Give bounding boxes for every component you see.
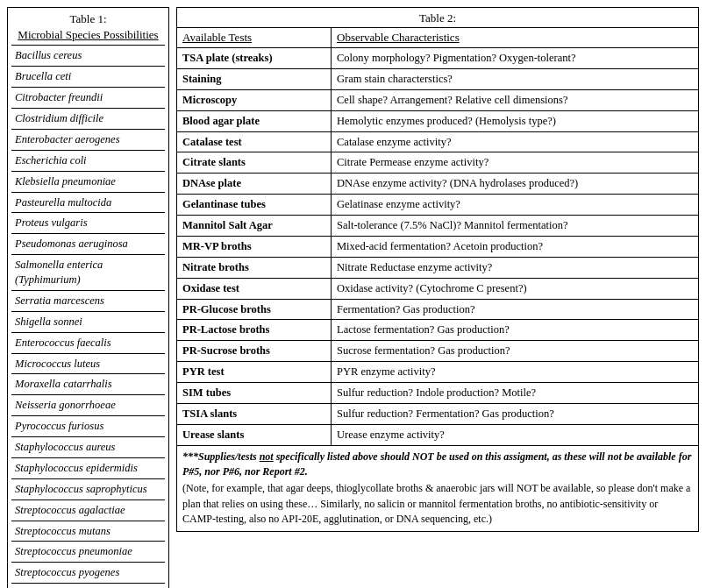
table1-row: Neisseria gonorrhoeae (11, 394, 165, 415)
col-test-header: Available Tests (177, 28, 331, 47)
table1-row: Salmonella enterica (Typhimurium) (11, 254, 165, 290)
table-row: Staining Gram stain characterstics? (177, 69, 698, 90)
test-cell: Gelantinase tubes (177, 195, 331, 215)
table1-row: Pasteurella multocida (11, 192, 165, 213)
test-cell: Nitrate broths (177, 258, 331, 278)
table-row: Nitrate broths Nitrate Reductase enzyme … (177, 258, 698, 279)
test-cell: TSIA slants (177, 404, 331, 424)
table-row: Mannitol Salt Agar Salt-tolerance (7.5% … (177, 216, 698, 237)
table1-row: Serratia marcescens (11, 290, 165, 311)
table1-row: Streptococcus agalactiae (11, 499, 165, 521)
table-row: Urease slants Urease enzyme activity? (177, 425, 698, 446)
table1-row: Brucella ceti (11, 66, 165, 87)
table-row: DNAse plate DNAse enzyme activity? (DNA … (177, 174, 698, 195)
test-cell: Urease slants (177, 425, 331, 445)
test-cell: PR-Glucose broths (177, 300, 331, 320)
table1-row: Proteus vulgaris (11, 212, 165, 233)
test-cell: Catalase test (177, 132, 331, 152)
table1-title-line1: Table 1: (69, 12, 106, 25)
table1-title-line2: Microbial Species Possibilities (18, 28, 158, 41)
char-cell: Salt-tolerance (7.5% NaCl)? Mannitol fer… (331, 216, 698, 236)
char-cell: Mixed-acid fermentation? Acetoin product… (331, 237, 698, 257)
char-cell: Sulfur reduction? Fermentation? Gas prod… (331, 404, 698, 424)
test-cell: PR-Sucrose broths (177, 341, 331, 361)
test-cell: DNAse plate (177, 174, 331, 194)
test-cell: MR-VP broths (177, 237, 331, 257)
table-row: TSIA slants Sulfur reduction? Fermentati… (177, 404, 698, 425)
table2-note-bold: ***Supplies/tests not specifically liste… (182, 450, 693, 480)
table-row: TSA plate (streaks) Colony morphology? P… (177, 48, 698, 69)
test-cell: Staining (177, 69, 331, 89)
table2-title: Table 2: (177, 8, 698, 27)
table1-row: Micrococcus luteus (11, 353, 165, 374)
test-cell: Blood agar plate (177, 111, 331, 131)
table-row: Microscopy Cell shape? Arrangement? Rela… (177, 90, 698, 111)
char-cell: Urease enzyme activity? (331, 425, 698, 445)
char-cell: Lactose fermentation? Gas production? (331, 320, 698, 340)
table1-row: Moraxella catarrhalis (11, 373, 165, 394)
table1-list: Bacillus cereusBrucella cetiCitrobacter … (8, 43, 168, 588)
table1-row: Streptococcus salivarius (11, 583, 165, 588)
char-cell: Fermentation? Gas production? (331, 300, 698, 320)
table1-row: Staphylococcus saprophyticus (11, 478, 165, 499)
char-cell: Citrate Permease enzyme activity? (331, 152, 698, 173)
table-row: PR-Lactose broths Lactose fermentation? … (177, 320, 698, 341)
table1-row: Pseudomonas aeruginosa (11, 233, 165, 254)
test-cell: PR-Lactose broths (177, 320, 331, 340)
table-row: Oxidase test Oxidase activity? (Cytochro… (177, 279, 698, 300)
table-row: PYR test PYR enzyme activity? (177, 362, 698, 383)
table2-title-text: Table 2: (419, 11, 456, 25)
table1: Table 1: Microbial Species Possibilities… (7, 7, 169, 588)
table1-title: Table 1: Microbial Species Possibilities (8, 8, 168, 43)
table2: Table 2: Available Tests Observable Char… (176, 7, 699, 532)
table2-note-normal: (Note, for example, that agar deeps, thi… (182, 481, 693, 527)
table1-row: Streptococcus pyogenes (11, 562, 165, 583)
table-row: PR-Sucrose broths Sucrose fermentation? … (177, 341, 698, 362)
test-cell: TSA plate (streaks) (177, 48, 331, 68)
char-cell: Gelatinase enzyme activity? (331, 195, 698, 215)
table2-rows: TSA plate (streaks) Colony morphology? P… (177, 48, 698, 446)
char-cell: Sucrose fermentation? Gas production? (331, 341, 698, 361)
table1-row: Escherichia coli (11, 150, 165, 171)
table1-row: Klebsiella pneumoniae (11, 171, 165, 192)
col-char-header: Observable Characteristics (331, 28, 698, 47)
table1-row: Clostridium difficile (11, 108, 165, 129)
table2-header: Available Tests Observable Characteristi… (177, 27, 698, 48)
char-cell: Colony morphology? Pigmentation? Oxygen-… (331, 48, 698, 68)
char-cell: Oxidase activity? (Cytochrome C present?… (331, 279, 698, 299)
table1-row: Citrobacter freundii (11, 87, 165, 108)
table1-row: Shigella sonnei (11, 311, 165, 332)
char-cell: Catalase enzyme activity? (331, 132, 698, 152)
table-row: SIM tubes Sulfur reduction? Indole produ… (177, 383, 698, 404)
table1-row: Streptococcus mutans (11, 521, 165, 542)
table-row: PR-Glucose broths Fermentation? Gas prod… (177, 300, 698, 321)
test-cell: Microscopy (177, 90, 331, 110)
table1-row: Bacillus cereus (11, 45, 165, 66)
test-cell: Mannitol Salt Agar (177, 216, 331, 236)
main-container: Table 1: Microbial Species Possibilities… (7, 7, 699, 588)
test-cell: Oxidase test (177, 279, 331, 299)
char-cell: Cell shape? Arrangement? Relative cell d… (331, 90, 698, 110)
char-cell: Sulfur reduction? Indole production? Mot… (331, 383, 698, 403)
table-row: Catalase test Catalase enzyme activity? (177, 132, 698, 153)
char-cell: Hemolytic enzymes produced? (Hemolysis t… (331, 111, 698, 131)
char-cell: Gram stain characterstics? (331, 69, 698, 89)
table1-row: Staphylococcus aureus (11, 436, 165, 457)
table-row: MR-VP broths Mixed-acid fermentation? Ac… (177, 237, 698, 258)
table1-row: Pyrococcus furiosus (11, 415, 165, 436)
char-cell: Nitrate Reductase enzyme activity? (331, 258, 698, 278)
char-cell: DNAse enzyme activity? (DNA hydrolases p… (331, 174, 698, 194)
test-cell: SIM tubes (177, 383, 331, 403)
table-row: Citrate slants Citrate Permease enzyme a… (177, 152, 698, 174)
table1-row: Staphylococcus epidermidis (11, 457, 165, 478)
table-row: Blood agar plate Hemolytic enzymes produ… (177, 111, 698, 132)
table2-note: ***Supplies/tests not specifically liste… (177, 446, 698, 531)
table1-row: Enterobacter aerogenes (11, 129, 165, 150)
test-cell: PYR test (177, 362, 331, 382)
table1-row: Streptococcus pneumoniae (11, 541, 165, 562)
char-cell: PYR enzyme activity? (331, 362, 698, 382)
table1-row: Enterococcus faecalis (11, 332, 165, 353)
table-row: Gelantinase tubes Gelatinase enzyme acti… (177, 195, 698, 216)
test-cell: Citrate slants (177, 152, 331, 173)
